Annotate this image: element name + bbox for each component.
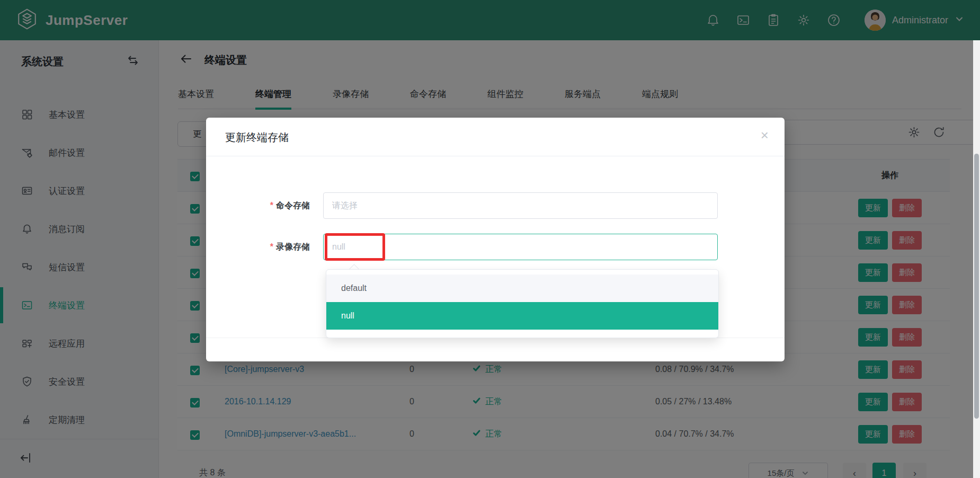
dialog-title: 更新终端存储 xyxy=(225,130,289,145)
close-icon[interactable]: × xyxy=(761,128,769,142)
command-storage-label: 命令存储 xyxy=(276,201,310,210)
annotation-highlight-box xyxy=(325,233,385,261)
dropdown-option-default[interactable]: default xyxy=(326,275,718,302)
replay-storage-dropdown: default null xyxy=(326,269,719,338)
replay-storage-label: 录像存储 xyxy=(276,242,310,251)
required-asterisk: * xyxy=(270,201,273,210)
command-storage-field-row: *命令存储 xyxy=(206,192,785,219)
page-scrollbar-thumb[interactable] xyxy=(974,154,979,419)
dropdown-option-null[interactable]: null xyxy=(326,302,718,330)
replay-storage-field-row: *录像存储 xyxy=(206,234,785,260)
command-storage-select[interactable] xyxy=(323,192,718,219)
page-scrollbar-track xyxy=(973,40,980,478)
jumpserver-app: JumpServer xyxy=(0,0,980,478)
required-asterisk: * xyxy=(270,242,273,251)
